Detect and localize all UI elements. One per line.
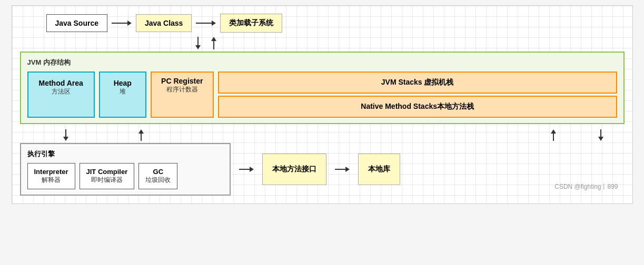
gc-line1: GC	[145, 168, 171, 176]
jvm-stacks-box: JVM Stacks 虚拟机栈	[218, 72, 617, 94]
class-loader-box: 类加载子系统	[220, 14, 282, 33]
jit-compiler-line1: JIT Compiler	[86, 168, 128, 176]
java-source-box: Java Source	[46, 14, 108, 32]
native-interface-box: 本地方法接口	[262, 154, 326, 185]
execution-engine-label: 执行引擎	[27, 149, 223, 159]
heap-line1: Heap	[111, 79, 135, 87]
watermark: CSDN @fighting丨899	[554, 182, 618, 191]
pc-register-box: PC Register 程序计数器	[151, 72, 214, 118]
heap-box: Heap 堆	[99, 72, 146, 118]
arrow-class-to-loader	[196, 21, 216, 26]
method-area-line1: Method Area	[39, 79, 83, 87]
jvm-stacks-label: JVM Stacks 虚拟机栈	[381, 78, 454, 86]
arrow-native-to-lib	[335, 167, 350, 172]
native-lib-box: 本地库	[358, 154, 400, 185]
bottom-section: 执行引擎 Interpreter 解释器 JIT Compiler 即时编译器 …	[20, 143, 625, 196]
gc-box: GC 垃圾回收	[138, 163, 177, 189]
jvm-stacks-col: JVM Stacks 虚拟机栈 Native Method Stacks本地方法…	[218, 72, 617, 118]
top-arrows-row	[20, 37, 625, 49]
main-container: Java Source Java Class 类加载子系统	[12, 5, 633, 204]
jit-compiler-box: JIT Compiler 即时编译器	[80, 163, 135, 189]
native-lib-label: 本地库	[368, 165, 390, 173]
jvm-memory-box: JVM 内存结构 Method Area 方法区 Heap 堆 PC Regis…	[20, 52, 625, 124]
native-method-stacks-box: Native Method Stacks本地方法栈	[218, 96, 617, 118]
interpreter-line2: 解释器	[34, 176, 68, 185]
jit-compiler-line2: 即时编译器	[86, 176, 128, 185]
method-area-box: Method Area 方法区	[27, 72, 95, 118]
native-interface-label: 本地方法接口	[272, 165, 316, 173]
interpreter-line1: Interpreter	[34, 168, 68, 176]
native-method-stacks-label: Native Method Stacks本地方法栈	[361, 102, 474, 110]
content: Java Source Java Class 类加载子系统	[20, 14, 625, 196]
pc-register-line1: PC Register	[160, 77, 204, 85]
interpreter-box: Interpreter 解释器	[27, 163, 75, 189]
execution-engine-box: 执行引擎 Interpreter 解释器 JIT Compiler 即时编译器 …	[20, 143, 231, 196]
execution-inner: Interpreter 解释器 JIT Compiler 即时编译器 GC 垃圾…	[27, 163, 223, 189]
jvm-memory-inner: Method Area 方法区 Heap 堆 PC Register 程序计数器…	[27, 72, 617, 118]
pc-register-line2: 程序计数器	[160, 85, 204, 94]
arrow-exec-to-native	[239, 167, 254, 172]
java-source-label: Java Source	[55, 19, 99, 27]
gc-line2: 垃圾回收	[145, 176, 171, 185]
java-class-box: Java Class	[136, 14, 192, 32]
java-class-label: Java Class	[145, 19, 183, 27]
class-loader-label: 类加载子系统	[229, 18, 273, 27]
method-area-line2: 方法区	[39, 87, 83, 96]
loader-arrows	[182, 37, 230, 49]
top-row: Java Source Java Class 类加载子系统	[20, 14, 625, 33]
mid-arrows	[20, 129, 625, 141]
arrow-source-to-class	[112, 21, 132, 26]
jvm-memory-label: JVM 内存结构	[27, 58, 617, 67]
heap-line2: 堆	[111, 87, 135, 96]
